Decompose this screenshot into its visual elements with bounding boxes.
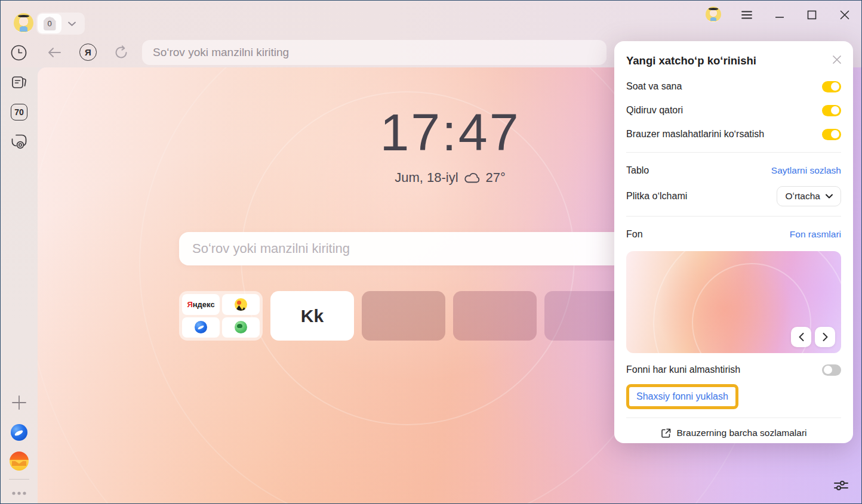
user-avatar[interactable] <box>14 13 33 33</box>
minimize-icon[interactable] <box>771 7 788 23</box>
address-input[interactable] <box>142 40 607 65</box>
sidebar: 70 <box>1 67 38 504</box>
background-preview <box>626 251 841 353</box>
background-label: Fon <box>626 229 643 240</box>
toggle-suggestions[interactable] <box>822 129 841 140</box>
chevron-down-icon <box>826 194 833 199</box>
refresh-icon[interactable] <box>112 44 130 61</box>
tutorial-highlight-box: Shaxsiy fonni yuklash <box>626 384 738 409</box>
tile-size-select[interactable]: Oʻrtacha <box>777 186 841 206</box>
configure-sites-link[interactable]: Saytlarni sozlash <box>771 165 841 176</box>
tile-yandex-logo[interactable]: Яндекс <box>182 294 220 315</box>
date-display: Jum, 18-iyl <box>395 170 458 185</box>
chevron-left-icon[interactable] <box>791 327 811 347</box>
daily-change-label: Fonni har kuni almashtirish <box>626 364 740 375</box>
tile-green-app-icon[interactable] <box>222 317 260 338</box>
upload-background-link[interactable]: Shaxsiy fonni yuklash <box>636 391 728 401</box>
tile-size-label: Plitka oʻlchami <box>626 191 687 202</box>
profile-avatar[interactable] <box>706 7 721 22</box>
browser-window: 0 Я <box>0 0 862 504</box>
toggle-label-clock-date: Soat va sana <box>626 81 682 92</box>
all-settings-button[interactable]: Brauzerning barcha sozlamalari <box>626 428 841 438</box>
screenshot-icon[interactable] <box>11 133 27 150</box>
notes-icon[interactable] <box>11 74 27 91</box>
speed-badge-70[interactable]: 70 <box>11 104 27 120</box>
toggle-label-suggestions: Brauzer maslahatlarini koʻrsatish <box>626 129 764 140</box>
toggle-label-search-row: Qidiruv qatori <box>626 105 683 116</box>
menu-icon[interactable] <box>738 7 755 23</box>
tile-kk[interactable]: Kk <box>270 291 354 341</box>
back-arrow-icon[interactable] <box>46 44 63 61</box>
sliders-icon[interactable] <box>832 476 851 495</box>
tile-size-value: Oʻrtacha <box>785 191 820 202</box>
toggle-search-row[interactable] <box>822 105 841 116</box>
tab-counter-badge: 0 <box>44 17 56 30</box>
cloud-icon <box>464 172 481 184</box>
close-icon[interactable] <box>836 7 853 23</box>
badge-70-label: 70 <box>14 107 24 117</box>
panel-divider <box>626 216 841 217</box>
toggle-daily-change[interactable] <box>822 364 841 376</box>
tile-placeholder[interactable] <box>453 291 537 341</box>
history-icon[interactable] <box>10 44 27 61</box>
yandex-logo-first: Я <box>187 300 192 309</box>
panel-divider <box>626 418 841 418</box>
add-icon[interactable] <box>11 394 27 411</box>
tile-browser-icon[interactable] <box>182 317 220 338</box>
yandex-logo-icon[interactable]: Я <box>79 44 97 61</box>
tile-placeholder[interactable] <box>362 291 445 341</box>
browser-ball-icon[interactable] <box>11 424 27 441</box>
tile-images-icon[interactable] <box>222 294 260 315</box>
yandex-logo-rest: ндекс <box>193 300 215 309</box>
panel-divider <box>626 152 841 153</box>
panel-close-icon[interactable] <box>833 55 841 64</box>
more-dots-icon[interactable] <box>11 485 27 502</box>
maximize-icon[interactable] <box>803 7 820 23</box>
external-link-icon <box>661 428 671 438</box>
tile-yandex-group[interactable]: Яндекс <box>179 291 263 341</box>
chevron-down-icon[interactable] <box>68 21 76 26</box>
new-tab-settings-panel: Yangi xatchoʻp koʻrinishi Soat va sana Q… <box>614 41 853 443</box>
tiles-row: Яндекс Kk <box>179 291 628 341</box>
panel-title: Yangi xatchoʻp koʻrinishi <box>626 54 756 67</box>
toggle-clock-date[interactable] <box>822 81 841 92</box>
background-gallery-link[interactable]: Fon rasmlari <box>790 229 841 240</box>
chevron-right-icon[interactable] <box>815 327 835 347</box>
current-tab[interactable]: 0 <box>38 14 61 33</box>
all-settings-label: Brauzerning barcha sozlamalari <box>677 428 807 438</box>
sidebar-divider <box>9 479 29 480</box>
temperature: 27° <box>486 170 506 185</box>
mail-icon[interactable] <box>10 452 29 471</box>
yandex-glyph: Я <box>85 47 91 57</box>
tablo-label: Tablo <box>626 165 649 176</box>
tab-widget[interactable]: 0 <box>36 13 85 35</box>
